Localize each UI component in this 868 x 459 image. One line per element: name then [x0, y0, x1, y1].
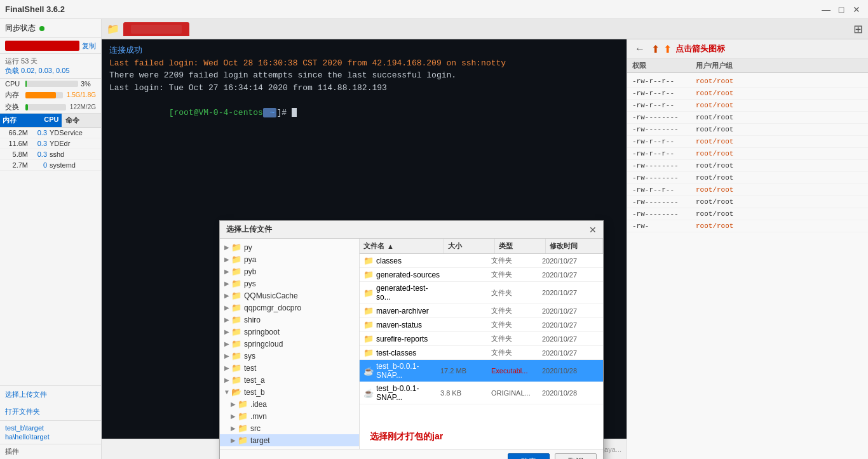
proc-col-mem[interactable]: 内存: [0, 114, 39, 127]
folder-icon-idea: 📁: [238, 399, 248, 409]
cpu-bar: [25, 81, 27, 87]
folder-icon-pyb: 📁: [231, 267, 241, 276]
file-row-classes[interactable]: 📁classes 文件夹 2020/10/27: [360, 254, 603, 268]
tree-expand-pys: ▶: [222, 280, 231, 287]
proc-col-cmd[interactable]: 命令: [62, 114, 102, 127]
file-col-type-header[interactable]: 类型: [495, 239, 546, 253]
dialog-close-button[interactable]: ✕: [589, 225, 597, 235]
folder-icon-sys: 📁: [231, 351, 241, 361]
tree-expand-testb: ▼: [222, 389, 231, 396]
recent-path-1[interactable]: test_b\target: [5, 423, 96, 432]
tree-node-test[interactable]: ▶📁test: [220, 362, 359, 374]
folder-icon[interactable]: 📁: [104, 20, 122, 37]
file-col-date-header[interactable]: 修改时间: [546, 239, 603, 253]
folder-icon-test-classes: 📁: [363, 348, 374, 357]
tree-node-springboot[interactable]: ▶📁springboot: [220, 326, 359, 338]
tree-label-testa: test_a: [244, 376, 356, 385]
folder-icon-pys: 📁: [231, 279, 241, 288]
dialog-cancel-button[interactable]: 取消: [555, 453, 597, 459]
folder-icon-springboot: 📁: [231, 327, 241, 336]
tree-node-qqmc[interactable]: ▶📁QQMusicCache: [220, 289, 359, 302]
upload-file-link[interactable]: 选择上传文件: [5, 389, 96, 401]
sidebar-open-folder: 打开文件夹: [0, 403, 101, 421]
maximize-button[interactable]: □: [835, 3, 848, 16]
folder-icon-testa: 📁: [231, 375, 241, 385]
tree-node-idea[interactable]: ▶📁.idea: [220, 398, 359, 410]
tree-label-pys: pys: [244, 279, 356, 288]
file-row-surefire[interactable]: 📁surefire-reports 文件夹 2020/10/27: [360, 332, 603, 346]
file-date-gensrc: 2020/10/27: [542, 271, 599, 279]
content-area: 📁 ⊞ 连接成功 Last failed login: Wed Oct 28 1…: [102, 19, 868, 459]
proc-col-cpu[interactable]: CPU: [39, 114, 62, 127]
tree-node-pys[interactable]: ▶📁pys: [220, 277, 359, 289]
folder-icon-qqpc: 📁: [231, 303, 241, 312]
proc-row-1[interactable]: 66.2M 0.3 YDService: [0, 128, 101, 138]
grid-view-icon[interactable]: ⊞: [851, 20, 865, 39]
file-row-jar2[interactable]: ☕test_b-0.0.1-SNAP... 3.8 KB ORIGINAL...…: [360, 382, 603, 404]
file-list-panel: 文件名 ▲ 大小 类型 修改时间 📁classes 文件夹 2: [360, 239, 603, 449]
close-button[interactable]: ✕: [850, 3, 863, 16]
dialog-confirm-button[interactable]: 确定: [508, 453, 550, 459]
proc-row-2[interactable]: 11.6M 0.3 YDEdr: [0, 138, 101, 149]
folder-icon-target: 📁: [238, 436, 248, 445]
copy-button[interactable]: 复制: [82, 41, 96, 51]
proc-row-3[interactable]: 5.8M 0.3 sshd: [0, 149, 101, 160]
user-name-bar: [5, 41, 79, 51]
tree-node-mvn[interactable]: ▶📁.mvn: [220, 410, 359, 422]
tree-node-springcloud[interactable]: ▶📁springcloud: [220, 338, 359, 350]
tab-bar: 📁 ⊞: [102, 19, 868, 39]
tree-expand-springboot: ▶: [222, 328, 231, 335]
tree-node-testa[interactable]: ▶📁test_a: [220, 374, 359, 386]
swap-bar: [25, 104, 28, 110]
file-row-gentest[interactable]: 📁generated-test-so... 文件夹 2020/10/27: [360, 282, 603, 304]
file-col-size-header[interactable]: 大小: [444, 239, 495, 253]
file-row-maven-status[interactable]: 📁maven-status 文件夹 2020/10/27: [360, 318, 603, 332]
minimize-button[interactable]: —: [820, 3, 832, 16]
sync-indicator: [39, 26, 44, 31]
session-tab[interactable]: [123, 22, 189, 36]
file-col-name-header[interactable]: 文件名 ▲: [360, 239, 444, 253]
file-row-gensrc[interactable]: 📁generated-sources 文件夹 2020/10/27: [360, 268, 603, 282]
tree-label-testb: test_b: [244, 388, 356, 397]
tree-label-idea: .idea: [250, 400, 356, 409]
tree-node-src[interactable]: ▶📁src: [220, 422, 359, 434]
proc-row-4[interactable]: 2.7M 0 systemd: [0, 160, 101, 171]
tree-expand-qqpc: ▶: [222, 304, 231, 311]
file-size-jar2: 3.8 KB: [440, 389, 491, 397]
folder-icon-qqmc: 📁: [231, 291, 241, 300]
folder-icon-maven-arch: 📁: [363, 306, 374, 316]
file-type-surefire: 文件夹: [491, 334, 542, 343]
file-name-jar2: ☕test_b-0.0.1-SNAP...: [363, 384, 440, 402]
open-folder-link[interactable]: 打开文件夹: [5, 406, 96, 418]
file-row-maven-arch[interactable]: 📁maven-archiver 文件夹 2020/10/27: [360, 304, 603, 318]
tree-node-sys[interactable]: ▶📁sys: [220, 350, 359, 362]
tree-node-py[interactable]: ▶📁py: [220, 241, 359, 253]
jar-icon-1: ☕: [363, 366, 374, 376]
mem-bar: [25, 92, 56, 98]
tree-label-qqmc: QQMusicCache: [244, 291, 356, 300]
file-row-jar1[interactable]: ☕test_b-0.0.1-SNAP... 17.2 MB Executabl.…: [360, 360, 603, 382]
recent-path-2[interactable]: ha\hello\target: [5, 432, 96, 441]
tree-node-testb[interactable]: ▼📂test_b: [220, 386, 359, 398]
swap-label: 交换: [5, 102, 23, 112]
tree-node-qqpc[interactable]: ▶📁qqpcmgr_docpro: [220, 302, 359, 314]
proc-mem-3: 5.8M: [3, 150, 28, 158]
file-name-gensrc: 📁generated-sources: [363, 270, 440, 279]
tree-node-pya[interactable]: ▶📁pya: [220, 253, 359, 265]
main-layout: 同步状态 复制 运行 53 天 负载 0.02, 0.03, 0.05 CPU …: [0, 19, 868, 459]
dialog-body: ▶📁py ▶📁pya ▶📁pyb ▶📁pys ▶📁QQMusicCache ▶📁…: [220, 239, 603, 449]
file-size-jar1: 17.2 MB: [440, 367, 491, 375]
folder-icon-test: 📁: [231, 363, 241, 373]
content-main: 连接成功 Last failed login: Wed Oct 28 16:30…: [102, 39, 868, 459]
file-row-test-classes[interactable]: 📁test-classes 文件夹 2020/10/27: [360, 346, 603, 360]
file-name-maven-status: 📁maven-status: [363, 320, 440, 329]
tree-label-sys: sys: [244, 352, 356, 361]
sort-asc-icon: ▲: [387, 243, 394, 250]
tree-label-shiro: shiro: [244, 316, 356, 324]
run-days: 运行 53 天: [5, 57, 96, 66]
file-date-test-classes: 2020/10/27: [542, 349, 599, 357]
tree-node-target[interactable]: ▶📁target: [220, 434, 359, 446]
dialog-overlay: 选择上传文件 ✕ ▶📁py ▶📁pya ▶📁pyb ▶📁pys ▶📁QQMusi…: [102, 39, 868, 459]
tree-node-shiro[interactable]: ▶📁shiro: [220, 314, 359, 326]
tree-node-pyb[interactable]: ▶📁pyb: [220, 265, 359, 277]
